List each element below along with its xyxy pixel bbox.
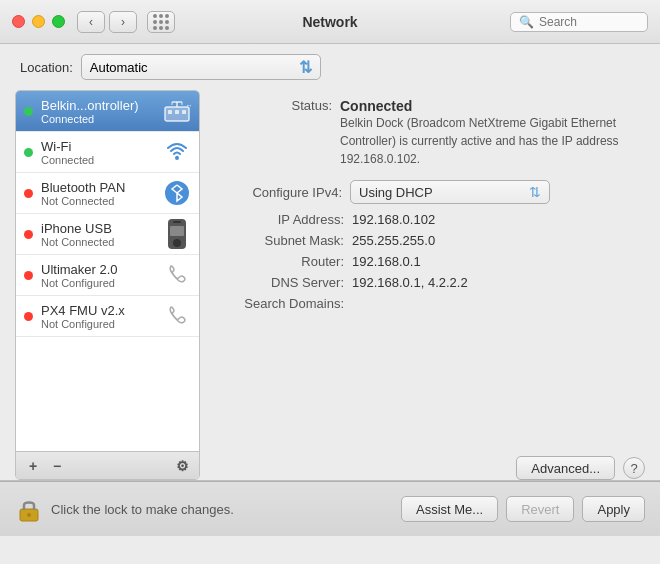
- location-bar: Location: Automatic ⇅: [0, 44, 660, 90]
- list-item[interactable]: Belkin...ontroller) Connected ↔: [16, 91, 199, 132]
- status-row: Status: Connected Belkin Dock (Broadcom …: [212, 98, 645, 168]
- configure-ipv4-row: Configure IPv4: Using DHCP ⇅: [212, 180, 645, 204]
- assist-me-button[interactable]: Assist Me...: [401, 496, 498, 522]
- svg-text:↔: ↔: [185, 101, 191, 110]
- ethernet-icon: ↔: [163, 97, 191, 125]
- search-icon: 🔍: [519, 15, 534, 29]
- list-item[interactable]: Bluetooth PAN Not Connected: [16, 173, 199, 214]
- apps-grid-button[interactable]: [147, 11, 175, 33]
- search-domains-label: Search Domains:: [212, 296, 352, 311]
- subnet-mask-label: Subnet Mask:: [212, 233, 352, 248]
- status-value: Connected: [340, 98, 412, 114]
- ip-address-label: IP Address:: [212, 212, 352, 227]
- dns-server-label: DNS Server:: [212, 275, 352, 290]
- apply-button[interactable]: Apply: [582, 496, 645, 522]
- minimize-button[interactable]: [32, 15, 45, 28]
- network-settings-gear-button[interactable]: ⚙: [171, 456, 193, 476]
- list-item[interactable]: Wi-Fi Connected: [16, 132, 199, 173]
- item-name: PX4 FMU v2.x: [41, 303, 155, 318]
- status-dot-red: [24, 312, 33, 321]
- close-button[interactable]: [12, 15, 25, 28]
- bottom-bar: Click the lock to make changes. Assist M…: [0, 481, 660, 536]
- svg-point-9: [175, 156, 179, 160]
- add-network-button[interactable]: +: [22, 456, 44, 476]
- status-dot-green: [24, 107, 33, 116]
- iphone-icon: [163, 220, 191, 248]
- network-items: Belkin...ontroller) Connected ↔: [16, 91, 199, 451]
- lock-text: Click the lock to make changes.: [51, 502, 393, 517]
- window-title: Network: [302, 14, 357, 30]
- list-item[interactable]: iPhone USB Not Connected: [16, 214, 199, 255]
- bluetooth-icon: [163, 179, 191, 207]
- list-controls: + − ⚙: [16, 451, 199, 479]
- advanced-row: Advanced... ?: [212, 446, 645, 480]
- status-dot-red: [24, 230, 33, 239]
- revert-button[interactable]: Revert: [506, 496, 574, 522]
- item-status: Not Configured: [41, 277, 155, 289]
- phone-handset-icon: [163, 302, 191, 330]
- traffic-lights: [12, 15, 65, 28]
- nav-buttons: ‹ ›: [77, 11, 137, 33]
- svg-rect-3: [182, 110, 186, 114]
- phone-handset-icon: [163, 261, 191, 289]
- remove-network-button[interactable]: −: [46, 456, 68, 476]
- wifi-icon: [163, 138, 191, 166]
- item-status: Not Configured: [41, 318, 155, 330]
- location-dropdown[interactable]: Automatic ⇅: [81, 54, 321, 80]
- svg-point-11: [27, 513, 31, 517]
- item-status: Connected: [41, 154, 155, 166]
- status-dot-green: [24, 148, 33, 157]
- search-box[interactable]: 🔍: [510, 12, 648, 32]
- item-name: Bluetooth PAN: [41, 180, 155, 195]
- item-status: Not Connected: [41, 236, 155, 248]
- maximize-button[interactable]: [52, 15, 65, 28]
- configure-ipv4-label: Configure IPv4:: [212, 185, 342, 200]
- status-label: Status:: [212, 98, 332, 113]
- advanced-button[interactable]: Advanced...: [516, 456, 615, 480]
- item-status: Not Connected: [41, 195, 155, 207]
- search-input[interactable]: [539, 15, 639, 29]
- chevron-updown-icon: ⇅: [299, 58, 312, 77]
- detail-panel: Status: Connected Belkin Dock (Broadcom …: [212, 90, 645, 480]
- ip-address-row: IP Address: 192.168.0.102: [212, 212, 645, 227]
- search-domains-row: Search Domains:: [212, 296, 645, 311]
- subnet-mask-row: Subnet Mask: 255.255.255.0: [212, 233, 645, 248]
- list-item[interactable]: Ultimaker 2.0 Not Configured: [16, 255, 199, 296]
- status-dot-red: [24, 271, 33, 280]
- router-row: Router: 192.168.0.1: [212, 254, 645, 269]
- location-value: Automatic: [90, 60, 148, 75]
- svg-rect-1: [168, 110, 172, 114]
- chevron-updown-icon: ⇅: [529, 184, 541, 200]
- router-value: 192.168.0.1: [352, 254, 421, 269]
- location-label: Location:: [20, 60, 73, 75]
- network-list-panel: Belkin...ontroller) Connected ↔: [15, 90, 200, 480]
- configure-ipv4-dropdown[interactable]: Using DHCP ⇅: [350, 180, 550, 204]
- ip-address-value: 192.168.0.102: [352, 212, 435, 227]
- status-section: Status: Connected Belkin Dock (Broadcom …: [212, 90, 645, 168]
- titlebar: ‹ › Network 🔍: [0, 0, 660, 44]
- svg-rect-2: [175, 110, 179, 114]
- router-label: Router:: [212, 254, 352, 269]
- back-button[interactable]: ‹: [77, 11, 105, 33]
- dns-server-value: 192.168.0.1, 4.2.2.2: [352, 275, 468, 290]
- item-name: Wi-Fi: [41, 139, 155, 154]
- item-name: Ultimaker 2.0: [41, 262, 155, 277]
- configure-ipv4-value: Using DHCP: [359, 185, 433, 200]
- status-dot-red: [24, 189, 33, 198]
- forward-button[interactable]: ›: [109, 11, 137, 33]
- item-status: Connected: [41, 113, 155, 125]
- lock-icon[interactable]: [15, 495, 43, 523]
- item-name: Belkin...ontroller): [41, 98, 155, 113]
- subnet-mask-value: 255.255.255.0: [352, 233, 435, 248]
- help-button[interactable]: ?: [623, 457, 645, 479]
- list-item[interactable]: PX4 FMU v2.x Not Configured: [16, 296, 199, 337]
- status-description: Belkin Dock (Broadcom NetXtreme Gigabit …: [340, 116, 619, 166]
- main-content: Belkin...ontroller) Connected ↔: [0, 90, 660, 480]
- item-name: iPhone USB: [41, 221, 155, 236]
- dns-server-row: DNS Server: 192.168.0.1, 4.2.2.2: [212, 275, 645, 290]
